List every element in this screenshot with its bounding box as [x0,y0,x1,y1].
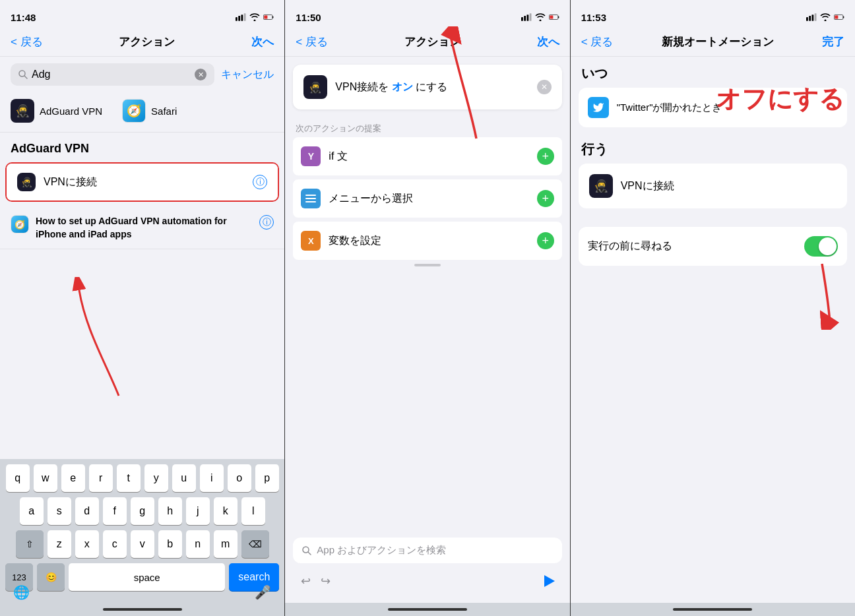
add-if-button[interactable]: + [537,148,554,165]
key-o[interactable]: o [228,464,251,492]
back-button-1[interactable]: < 戻る [11,34,43,49]
nav-title-2: アクション [404,34,460,49]
key-g[interactable]: g [131,497,154,525]
search-bar[interactable]: ✕ [11,63,214,86]
key-d[interactable]: d [75,497,99,525]
app-suggestions: 🥷 AdGuard VPN 🧭 Safari [0,92,284,133]
next-button-2[interactable]: 次へ [537,34,559,49]
safari-app-icon: 🧭 [122,99,146,123]
home-indicator-1 [103,608,182,611]
key-i[interactable]: i [200,464,224,492]
status-icons-3 [806,13,844,21]
add-var-button[interactable]: + [537,232,554,249]
undo-button[interactable]: ↩ [296,571,315,591]
battery-icon-3 [834,13,844,21]
clear-button[interactable]: ✕ [195,69,206,80]
result-vpn-icon: 🥷 [17,173,36,191]
back-button-2[interactable]: < 戻る [296,34,328,49]
app-item-safari[interactable]: 🧭 Safari [122,99,177,123]
key-t[interactable]: t [117,464,141,492]
key-k[interactable]: k [214,497,238,525]
key-n[interactable]: n [186,530,210,558]
key-w[interactable]: w [34,464,57,492]
bottom-extras: 🌐 🎤 [3,595,282,600]
result-item-vpn[interactable]: 🥷 VPNに接続 ⓘ [7,164,278,200]
key-space[interactable]: space [69,563,225,591]
toolbar-row: ↩ ↪ [285,569,569,596]
key-v[interactable]: v [131,530,154,558]
cancel-button[interactable]: キャンセル [221,68,274,82]
web-result-info-button[interactable]: ⓘ [259,215,274,230]
battery-icon [263,13,274,21]
svg-rect-25 [809,16,811,21]
key-r[interactable]: r [89,464,113,492]
svg-rect-3 [244,13,246,20]
key-p[interactable]: p [255,464,279,492]
key-y[interactable]: y [144,464,168,492]
nav-bar-3: < 戻る 新規オートメーション 完了 [571,29,855,57]
wifi-icon-2 [535,13,546,21]
automation-trigger-card[interactable]: "Twitter"が開かれたとき [579,88,847,127]
key-u[interactable]: u [172,464,196,492]
key-h[interactable]: h [158,497,182,525]
key-z[interactable]: z [48,530,71,558]
key-x[interactable]: x [75,530,99,558]
nav-bar-1: < 戻る アクション 次へ [0,29,284,57]
key-s[interactable]: s [48,497,71,525]
next-button-1[interactable]: 次へ [251,34,274,49]
key-q[interactable]: q [6,464,30,492]
key-emoji[interactable]: 😊 [37,563,65,591]
search-input[interactable] [32,69,191,80]
key-c[interactable]: c [103,530,127,558]
key-b[interactable]: b [158,530,182,558]
svg-rect-2 [241,15,243,20]
action-perform-card[interactable]: 🥷 VPNに接続 [579,164,847,208]
annotation-arrow-1 [66,277,145,409]
result-info-button[interactable]: ⓘ [253,175,267,189]
key-j[interactable]: j [186,497,210,525]
action-close-button[interactable]: ✕ [537,80,552,94]
svg-rect-26 [811,15,813,20]
suggestion-menu[interactable]: メニューから選択 + [293,179,561,218]
vpn-action-icon: 🥷 [303,75,327,99]
key-l[interactable]: l [241,497,265,525]
web-result[interactable]: 🧭 How to set up AdGuard VPN automation f… [0,207,284,249]
done-button[interactable]: 完了 [822,34,844,49]
search-icon-bottom [302,546,311,555]
key-a[interactable]: a [20,497,44,525]
status-icons-1 [236,13,274,21]
action-card-vpn[interactable]: 🥷 VPN接続を オン にする ✕ [293,65,561,109]
svg-line-22 [308,552,311,555]
key-shift[interactable]: ⇧ [16,530,44,558]
suggestion-if-text: if 文 [329,150,528,164]
mic-icon[interactable]: 🎤 [255,584,271,600]
svg-rect-16 [550,15,553,18]
menu-lines-icon [305,195,316,202]
back-button-3[interactable]: < 戻る [581,34,614,49]
search-button[interactable]: search [229,563,279,591]
key-delete[interactable]: ⌫ [241,530,269,558]
suggestion-var[interactable]: X 変数を設定 + [293,222,561,260]
search-bottom-bar: App およびアクションを検索 [293,538,561,563]
web-result-content: How to set up AdGuard VPN automation for… [36,215,253,241]
trigger-text: "Twitter"が開かれたとき [617,102,722,114]
redo-button[interactable]: ↪ [315,571,335,591]
key-f[interactable]: f [103,497,127,525]
svg-rect-17 [305,195,316,196]
search-actions-input[interactable]: App およびアクションを検索 [317,544,552,557]
suggestion-if[interactable]: Y if 文 + [293,137,561,175]
app-name-safari: Safari [151,106,177,117]
menu-icon [301,189,321,208]
key-e[interactable]: e [61,464,85,492]
globe-icon[interactable]: 🌐 [13,584,30,600]
wifi-icon [249,13,260,21]
adguard-app-icon: 🥷 [11,99,34,123]
bottom-bar-1 [0,603,284,616]
key-m[interactable]: m [214,530,238,558]
wifi-icon-3 [820,13,831,21]
signal-icon-2 [521,13,532,21]
ask-before-toggle[interactable] [804,236,838,257]
app-item-adguard[interactable]: 🥷 AdGuard VPN [11,99,102,123]
add-menu-button[interactable]: + [537,190,554,207]
play-button[interactable] [540,571,559,591]
